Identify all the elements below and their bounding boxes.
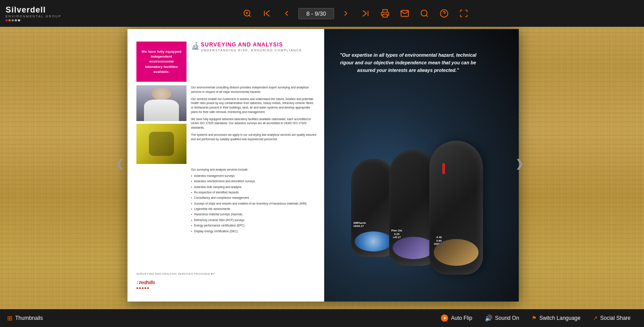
bullet-icon: • bbox=[191, 212, 192, 217]
switch-language-label: Switch Language bbox=[539, 315, 580, 321]
thumbnails-label: Thumbnails bbox=[15, 315, 43, 321]
section-subtitle: UNDERSTANDING RISK, ENSURING COMPLIANCE bbox=[201, 49, 317, 52]
list-item: • Asbestos refurbishment and demolition … bbox=[191, 179, 317, 184]
list-item: • Surveys of ships and vessels and creat… bbox=[191, 201, 317, 206]
social-share-button[interactable]: ↗ Social Share bbox=[587, 315, 637, 321]
service-text: Asbestos refurbishment and demolition su… bbox=[194, 179, 255, 184]
bullet-icon: • bbox=[191, 174, 192, 178]
redhills-dot bbox=[136, 287, 138, 289]
email-button[interactable] bbox=[397, 5, 413, 21]
auto-flip-button[interactable]: Auto Flip bbox=[435, 314, 478, 322]
sound-label: Sound On bbox=[495, 315, 519, 321]
service-text: Consultancy and compliance management bbox=[194, 196, 249, 200]
pink-box-text: We have fully equipped independent envir… bbox=[141, 49, 182, 74]
play-icon bbox=[441, 314, 448, 322]
bottom-bar: ⊞ Thumbnails Auto Flip 🔊 Sound On ⚑ Swit… bbox=[0, 309, 644, 327]
redhills-logo: ∷redhills bbox=[136, 278, 317, 289]
page-indicator: 8 - 9/30 bbox=[298, 8, 334, 19]
bullet-icon: • bbox=[191, 218, 192, 222]
service-text: Hazardous material surveys (hazmat) bbox=[194, 212, 242, 217]
lens-1: A 400.65160/0.17 bbox=[429, 141, 483, 275]
quote-text: "Our expertise in all types of environme… bbox=[333, 51, 483, 74]
toolbar: Silverdell ENVIRONMENTAL GROUP bbox=[0, 0, 644, 27]
equipment-image bbox=[136, 124, 186, 164]
flag-icon: ⚑ bbox=[532, 315, 537, 321]
list-item: • Hazardous material surveys (hazmat) bbox=[191, 212, 317, 217]
red-ring bbox=[442, 163, 445, 174]
sound-button[interactable]: 🔊 Sound On bbox=[479, 314, 525, 322]
nav-arrow-left[interactable]: ❮ bbox=[115, 157, 124, 170]
footer-label: SURVEYING AND ANALYSIS SERVICES PROVIDED… bbox=[136, 272, 317, 275]
logo-dot-1 bbox=[5, 19, 8, 21]
microscope-background: "Our expertise in all types of environme… bbox=[324, 29, 519, 302]
body-para-4: The systems and processes we apply in ou… bbox=[191, 133, 317, 142]
svg-rect-10 bbox=[383, 14, 387, 17]
service-text: Energy performance certification (EPC) bbox=[194, 223, 245, 228]
svg-line-1 bbox=[249, 15, 251, 17]
section-header: 🔬 SURVEYING AND ANALYSIS UNDERSTANDING R… bbox=[191, 42, 317, 52]
body-para-1: Our environmental consulting division pr… bbox=[191, 85, 317, 94]
thumbnails-icon: ⊞ bbox=[7, 314, 13, 322]
play-triangle bbox=[444, 317, 446, 319]
list-item: • Asbestos management surveys bbox=[191, 174, 317, 178]
sound-icon: 🔊 bbox=[485, 314, 492, 322]
switch-language-button[interactable]: ⚑ Switch Language bbox=[525, 315, 587, 321]
bullet-icon: • bbox=[191, 196, 192, 200]
bullet-icon: • bbox=[191, 190, 192, 195]
redhills-dot bbox=[144, 287, 146, 289]
list-item: • Energy performance certification (EPC) bbox=[191, 223, 317, 228]
lens-label-1: A 400.65160/0.17 bbox=[434, 236, 444, 246]
svg-line-5 bbox=[266, 10, 270, 13]
service-text: Display energy certification (DEC) bbox=[194, 229, 238, 234]
list-item: • Refractory ceramic fibre (RCF) surveys bbox=[191, 218, 317, 222]
services-intro: Our surveying and analysis services incl… bbox=[191, 168, 317, 172]
print-button[interactable] bbox=[377, 5, 393, 21]
svg-line-4 bbox=[266, 13, 270, 17]
pink-highlight-box: We have fully equipped independent envir… bbox=[136, 42, 186, 82]
bullet-icon: • bbox=[191, 179, 192, 184]
logo-dot-5 bbox=[18, 19, 20, 21]
logo-dot-3 bbox=[12, 19, 14, 21]
redhills-dot bbox=[142, 287, 144, 289]
photo-equipment bbox=[136, 124, 186, 164]
search-button[interactable] bbox=[416, 5, 432, 21]
thumbnails-button[interactable]: ⊞ Thumbnails bbox=[7, 314, 49, 322]
service-text: Legionella risk assessments bbox=[194, 207, 230, 211]
svg-line-12 bbox=[426, 15, 428, 17]
logo-dot-2 bbox=[8, 19, 11, 21]
social-share-label: Social Share bbox=[600, 315, 631, 321]
bullet-icon: • bbox=[191, 185, 192, 189]
redhills-dot bbox=[147, 287, 149, 289]
person-image bbox=[136, 85, 186, 121]
section-title: SURVEYING AND ANALYSIS bbox=[201, 42, 317, 48]
redhills-dots bbox=[136, 287, 155, 289]
svg-line-7 bbox=[363, 10, 366, 13]
logo-subtitle: ENVIRONMENTAL GROUP bbox=[5, 15, 61, 18]
zoom-in-button[interactable] bbox=[239, 5, 255, 21]
body-para-3: We have fully equipped asbestos laborato… bbox=[191, 117, 317, 130]
list-item: • Consultancy and compliance management bbox=[191, 196, 317, 200]
logo: Silverdell ENVIRONMENTAL GROUP bbox=[0, 0, 67, 27]
service-text: Asbestos management surveys bbox=[194, 174, 235, 178]
auto-flip-label: Auto Flip bbox=[451, 315, 472, 321]
right-page: "Our expertise in all types of environme… bbox=[324, 29, 519, 302]
fullscreen-button[interactable] bbox=[456, 5, 472, 21]
logo-text: Silverdell bbox=[5, 5, 46, 15]
body-text: Our environmental consulting division pr… bbox=[191, 85, 317, 144]
prev-page-button[interactable] bbox=[279, 5, 295, 21]
list-item: • Legionella risk assessments bbox=[191, 207, 317, 211]
redhills-dot bbox=[139, 287, 141, 289]
bullet-icon: • bbox=[191, 223, 192, 228]
lens-label-2: Plan 10x0.25∞/0.17 bbox=[391, 229, 402, 239]
photo-person bbox=[136, 85, 186, 121]
next-page-button[interactable] bbox=[338, 5, 354, 21]
last-page-button[interactable] bbox=[357, 5, 373, 21]
microscope-lenses: SMPlan4x160/0.17 Plan 10x0.25∞/0.17 A 40… bbox=[349, 78, 519, 302]
nav-arrow-right[interactable]: ❯ bbox=[515, 157, 524, 170]
list-item: • Display energy certification (DEC) bbox=[191, 229, 317, 234]
left-page: We have fully equipped independent envir… bbox=[127, 29, 324, 302]
logo-dot-4 bbox=[15, 19, 17, 21]
first-page-button[interactable] bbox=[259, 5, 275, 21]
help-button[interactable] bbox=[436, 5, 452, 21]
redhills-text: ∷redhills bbox=[136, 280, 155, 285]
